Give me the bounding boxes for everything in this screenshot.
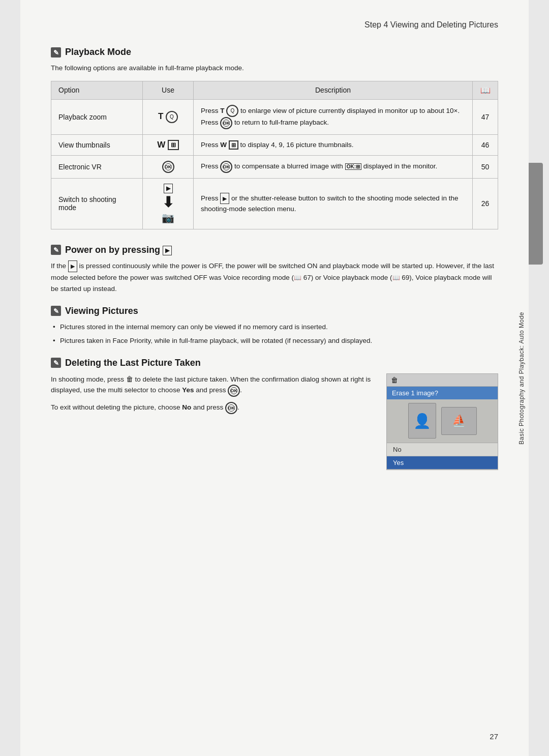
power-on-title: Power on by pressing ▶	[51, 245, 498, 255]
book-icon: 📖	[480, 86, 491, 95]
option-electronic-vr: Electronic VR	[51, 155, 143, 178]
desc-view-thumbnails: Press W ⊞ to display 4, 9, 16 picture th…	[194, 134, 473, 155]
ok-double-btn: OK	[162, 161, 174, 173]
delete-para-2: To exit without deleting the picture, ch…	[51, 402, 371, 414]
q-circle: Q	[166, 111, 178, 123]
side-tab	[529, 163, 543, 265]
ok-btn-2: OK	[228, 385, 240, 397]
deleting-last-section: Deleting the Last Picture Taken In shoot…	[51, 358, 498, 470]
dialog-top-bar: 🗑	[387, 374, 498, 387]
note-icon-4	[51, 358, 61, 368]
options-table: Option Use Description 📖 Playback zoom T…	[51, 81, 498, 229]
option-playback-zoom: Playback zoom	[51, 99, 143, 134]
viewing-pictures-title: Viewing Pictures	[51, 306, 498, 316]
viewing-pictures-section: Viewing Pictures Pictures stored in the …	[51, 306, 498, 346]
note-icon-2	[51, 245, 61, 255]
th-description: Description	[194, 81, 473, 99]
dialog-image-area: 👤 ⛵	[387, 399, 498, 443]
bullet-item: Pictures stored in the internal memory c…	[51, 322, 498, 333]
bottom-layout: In shooting mode, press 🗑 to delete the …	[51, 373, 498, 470]
dialog-option-yes: Yes	[387, 456, 498, 470]
side-label-container: Basic Photography and Playback: Auto Mod…	[514, 0, 529, 756]
play-button-icon: ▶	[164, 184, 173, 193]
table-row: Playback zoom T Q Press T Q to enlarge v…	[51, 99, 498, 134]
th-use: Use	[143, 81, 194, 99]
deleting-text-area: In shooting mode, press 🗑 to delete the …	[51, 373, 371, 420]
note-icon	[51, 47, 61, 57]
delete-para-1: In shooting mode, press 🗑 to delete the …	[51, 373, 371, 397]
use-electronic-vr: OK	[143, 155, 194, 178]
use-switch-shooting: ▶ ⬇ 📷	[143, 178, 194, 229]
ok-btn-3: OK	[225, 402, 237, 414]
arrow-down-icon: ⬇	[162, 195, 174, 210]
erase-dialog: 🗑 Erase 1 image? 👤 ⛵ No Yes	[386, 373, 498, 470]
playback-mode-title: Playback Mode	[51, 47, 498, 57]
page-26: 26	[473, 178, 498, 229]
intro-text: The following options are available in f…	[51, 63, 498, 74]
option-switch-shooting: Switch to shooting mode	[51, 178, 143, 229]
side-label-text: Basic Photography and Playback: Auto Mod…	[518, 312, 525, 445]
dialog-trash-icon: 🗑	[391, 376, 398, 384]
camera-small-icon: 📷	[162, 212, 174, 224]
use-playback-zoom: T Q	[143, 99, 194, 134]
option-view-thumbnails: View thumbnails	[51, 134, 143, 155]
power-on-section: Power on by pressing ▶ If the ▶ is press…	[51, 245, 498, 295]
header-text: Step 4 Viewing and Deleting Pictures	[364, 20, 498, 29]
dialog-option-no: No	[387, 443, 498, 456]
desc-electronic-vr: Press OK to compensate a blurred image w…	[194, 155, 473, 178]
th-option: Option	[51, 81, 143, 99]
ok-btn: OK	[220, 117, 232, 129]
table-row: View thumbnails W ⊞ Press W ⊞ to display…	[51, 134, 498, 155]
page-number: 27	[490, 732, 498, 741]
note-icon-3	[51, 306, 61, 316]
table-row: Electronic VR OK Press OK to compensate …	[51, 155, 498, 178]
page-header: Step 4 Viewing and Deleting Pictures	[51, 20, 498, 33]
power-on-body: If the ▶ is pressed continuously while t…	[51, 260, 498, 295]
page-46: 46	[473, 134, 498, 155]
th-icon: 📖	[473, 81, 498, 99]
dialog-landscape-img: ⛵	[441, 407, 477, 435]
desc-switch-shooting: Press ▶ or the shutter-release button to…	[194, 178, 473, 229]
page-47: 47	[473, 99, 498, 134]
play-btn-inline: ▶	[163, 246, 172, 255]
inline-play-icon: ▶	[220, 193, 229, 205]
dialog-title: Erase 1 image?	[387, 387, 498, 399]
desc-playback-zoom: Press T Q to enlarge view of picture cur…	[194, 99, 473, 134]
deleting-last-title: Deleting the Last Picture Taken	[51, 358, 498, 368]
page-container: Step 4 Viewing and Deleting Pictures Pla…	[20, 0, 529, 756]
page-50: 50	[473, 155, 498, 178]
trash-icon: 🗑	[126, 375, 133, 383]
dialog-options: No Yes	[387, 443, 498, 470]
table-row: Switch to shooting mode ▶ ⬇ 📷 Press ▶ or…	[51, 178, 498, 229]
playback-mode-section: Playback Mode The following options are …	[51, 47, 498, 229]
dialog-portrait-img: 👤	[408, 403, 436, 439]
bullet-item: Pictures taken in Face Priority, while i…	[51, 335, 498, 346]
viewing-pictures-list: Pictures stored in the internal memory c…	[51, 322, 498, 346]
play-icon-inline: ▶	[68, 260, 77, 273]
use-view-thumbnails: W ⊞	[143, 134, 194, 155]
